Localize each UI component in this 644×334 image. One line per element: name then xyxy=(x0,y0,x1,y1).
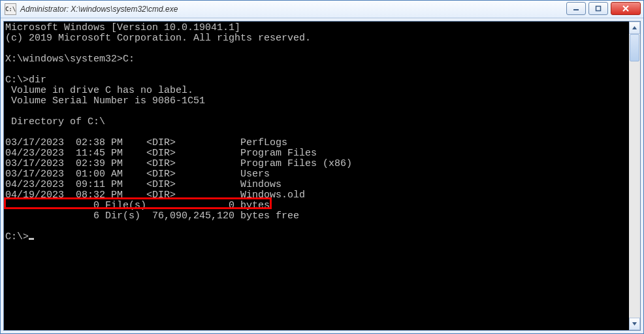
svg-marker-4 xyxy=(632,26,637,29)
line-serial: Volume Serial Number is 9086-1C51 xyxy=(5,95,205,107)
cmd-window: C:\ Administrator: X:\windows\system32\c… xyxy=(0,0,644,334)
line-prompt1: X:\windows\system32>C: xyxy=(5,54,135,65)
minimize-button[interactable] xyxy=(566,2,586,15)
chevron-down-icon xyxy=(632,321,637,327)
line-dirof: Directory of C:\ xyxy=(5,116,105,127)
line-copyright: (c) 2019 Microsoft Corporation. All righ… xyxy=(5,33,311,44)
close-icon xyxy=(622,5,630,12)
line-summary-files: 0 File(s) 0 bytes xyxy=(5,200,270,211)
svg-rect-1 xyxy=(596,7,601,11)
directory-listing: 03/17/2023 02:38 PM <DIR> PerfLogs 04/23… xyxy=(5,137,352,201)
cursor xyxy=(29,238,34,240)
scroll-up-button[interactable] xyxy=(629,22,640,34)
titlebar[interactable]: C:\ Administrator: X:\windows\system32\c… xyxy=(1,1,643,18)
line-prompt2: C:\>dir xyxy=(5,75,46,86)
minimize-icon xyxy=(573,5,579,12)
console-area[interactable]: Microsoft Windows [Version 10.0.19041.1]… xyxy=(3,21,641,331)
cmd-app-icon: C:\ xyxy=(5,3,16,15)
window-buttons xyxy=(566,2,641,15)
svg-marker-5 xyxy=(632,322,637,326)
scroll-track[interactable] xyxy=(629,34,640,318)
line-version: Microsoft Windows [Version 10.0.19041.1] xyxy=(5,23,240,33)
line-prompt3: C:\> xyxy=(5,231,29,242)
maximize-icon xyxy=(595,5,602,12)
scroll-thumb[interactable] xyxy=(630,34,639,61)
line-volume: Volume in drive C has no label. xyxy=(5,85,193,96)
line-summary-dirs: 6 Dir(s) 76,090,245,120 bytes free xyxy=(5,210,299,222)
scroll-down-button[interactable] xyxy=(629,318,640,330)
window-title: Administrator: X:\windows\system32\cmd.e… xyxy=(19,5,178,14)
close-button[interactable] xyxy=(611,2,641,15)
vertical-scrollbar[interactable] xyxy=(629,22,640,330)
console-output: Microsoft Windows [Version 10.0.19041.1]… xyxy=(5,23,629,329)
maximize-button[interactable] xyxy=(588,2,608,15)
chevron-up-icon xyxy=(632,25,637,31)
